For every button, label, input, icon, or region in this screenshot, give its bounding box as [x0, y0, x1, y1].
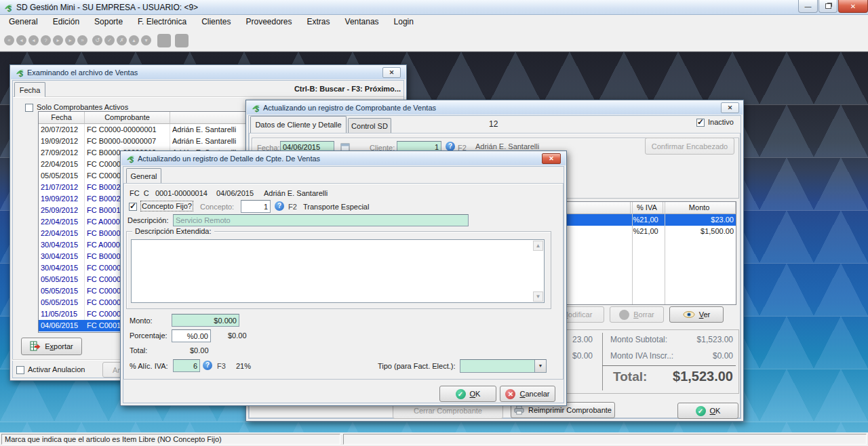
- doc-date: 04/06/2015: [216, 189, 254, 197]
- comprobante-titlebar[interactable]: $ Actualizando un registro de Comprobant…: [247, 101, 743, 115]
- concepto-input[interactable]: 1: [241, 200, 271, 213]
- confirm-header-button[interactable]: Confirmar Encabezado: [645, 138, 734, 155]
- cell-monto: $1,500.00: [663, 226, 736, 237]
- totals-line: [602, 365, 736, 366]
- tab-fecha[interactable]: Fecha: [14, 82, 45, 97]
- scroll-up-arrow[interactable]: ▲: [533, 241, 543, 251]
- comprobante-ok-button[interactable]: ✓ OK: [677, 403, 738, 419]
- status-panel-message: Marca que indica que el articulo es Item…: [1, 434, 340, 445]
- porcentaje-amount: $0.00: [228, 331, 247, 340]
- export-button[interactable]: Exportar: [21, 338, 82, 355]
- doc-code: FC C 0001-00000014: [130, 189, 208, 197]
- restore-button[interactable]: [818, 0, 837, 13]
- tab-control-sd[interactable]: Control SD: [348, 118, 391, 133]
- annul-checkbox-label: Activar Anulacion: [28, 365, 85, 373]
- nav-square-button[interactable]: [157, 34, 171, 47]
- descripcion-extendida-textarea[interactable]: ▲ ▼: [131, 239, 545, 303]
- app-titlebar: $ SD Gestión Mini - SU EMPRESA - USUARIO…: [0, 0, 868, 15]
- column-header-iva[interactable]: % IVA: [631, 202, 663, 214]
- alic-iva-value: 6: [193, 362, 197, 370]
- menu-item-ventanas[interactable]: Ventanas: [338, 15, 387, 28]
- only-active-label: Solo Comprobantes Activos: [37, 103, 128, 111]
- scroll-down-arrow[interactable]: ▼: [533, 291, 543, 302]
- alic-iva-label: % Alíc. IVA:: [130, 362, 168, 370]
- nav-button[interactable]: «: [4, 35, 14, 45]
- porcentaje-input[interactable]: %0.00: [172, 329, 211, 342]
- cell-comprobante: FC B0000-00000007: [85, 136, 170, 147]
- cell-fecha: 22/04/2015: [39, 159, 85, 170]
- detalle-titlebar[interactable]: $ Actualizando un registro de Detalle de…: [121, 152, 566, 165]
- dropdown-arrow-icon[interactable]: ▼: [534, 360, 546, 372]
- menu-item-proveedores[interactable]: Proveedores: [238, 15, 299, 28]
- doc-client: Adrián E. Santarelli: [264, 189, 328, 197]
- nav-button[interactable]: ✓: [104, 35, 115, 45]
- view-button[interactable]: Ver: [669, 306, 724, 323]
- close-button[interactable]: ✕: [838, 0, 868, 13]
- inactivo-checkbox[interactable]: [696, 119, 705, 127]
- minimize-button[interactable]: —: [798, 0, 818, 13]
- eye-icon: [683, 311, 695, 318]
- application-window: $ SD Gestión Mini - SU EMPRESA - USUARIO…: [0, 0, 868, 446]
- delete-button[interactable]: Borrar: [610, 306, 664, 323]
- nav-button[interactable]: ?: [41, 35, 51, 45]
- column-line: [665, 202, 665, 304]
- status-bar: Marca que indica que el articulo es Item…: [0, 432, 868, 446]
- concepto-help-icon[interactable]: ?: [275, 201, 284, 211]
- monto-label: Monto:: [130, 317, 153, 325]
- only-active-checkbox[interactable]: [25, 104, 33, 112]
- browse-close-button[interactable]: ✕: [382, 67, 401, 78]
- detalle-ok-button[interactable]: ✓ OK: [439, 386, 496, 402]
- record-count-badge: 12: [489, 119, 498, 129]
- menu-item-login[interactable]: Login: [387, 15, 421, 28]
- annul-checkbox[interactable]: [16, 366, 24, 374]
- tipo-dropdown[interactable]: ▼: [460, 359, 547, 373]
- nav-button[interactable]: ◂: [16, 35, 26, 45]
- cell-fecha: 22/04/2015: [39, 228, 85, 239]
- nav-button[interactable]: »: [77, 35, 87, 45]
- nav-button[interactable]: ✗: [117, 35, 127, 45]
- detalle-close-button[interactable]: ✕: [542, 153, 561, 164]
- concepto-fkey: F2: [288, 203, 297, 211]
- menu-item-extras[interactable]: Extras: [300, 15, 338, 28]
- nav-button[interactable]: ▾: [141, 35, 151, 45]
- nav-button[interactable]: ▸: [53, 35, 63, 45]
- monto-input[interactable]: $0.000: [172, 314, 239, 327]
- ok-icon: ✓: [696, 406, 706, 416]
- column-header-comprobante[interactable]: Comprobante: [85, 112, 170, 124]
- delete-label: Borrar: [633, 310, 654, 319]
- nav-button[interactable]: ◂: [28, 35, 39, 45]
- export-icon: [30, 341, 41, 352]
- detalle-ok-label: OK: [470, 390, 481, 398]
- svg-text:$: $: [254, 105, 260, 113]
- alic-iva-input[interactable]: 6: [173, 359, 200, 372]
- menu-item-general[interactable]: General: [1, 15, 45, 28]
- nav-button[interactable]: ▴: [129, 35, 139, 45]
- alic-fkey: F3: [217, 362, 226, 370]
- totals-left-value-2: $0.00: [572, 351, 593, 361]
- alic-help-icon[interactable]: ?: [203, 361, 212, 370]
- tab-general[interactable]: General: [126, 168, 161, 183]
- detalle-cancel-button[interactable]: ✕ Cancelar: [500, 386, 555, 402]
- nav-button[interactable]: ↺: [92, 35, 102, 45]
- column-header-fecha[interactable]: Fecha: [39, 112, 85, 124]
- close-voucher-label: Cerrar Comprobante: [414, 407, 482, 415]
- descripcion-input[interactable]: Servicio Remoto: [173, 214, 469, 226]
- cliente-help-icon[interactable]: ?: [446, 142, 455, 151]
- detalle-title: Actualizando un registro de Detalle de C…: [138, 155, 320, 163]
- menu-item-clientes[interactable]: Clientes: [194, 15, 238, 28]
- concepto-fijo-checkbox[interactable]: [129, 203, 137, 211]
- reprint-label: Reimprimir Comprobante: [528, 406, 612, 414]
- menu-item-soporte[interactable]: Soporte: [87, 15, 130, 28]
- total-value: $0.00: [190, 346, 209, 354]
- cell-fecha: 05/05/2015: [39, 170, 85, 182]
- column-header-monto[interactable]: Monto: [663, 202, 736, 214]
- menu-item-edici-n[interactable]: Edición: [45, 15, 87, 28]
- menu-bar: GeneralEdiciónSoporteF. ElectrónicaClien…: [0, 15, 868, 28]
- menu-item-f-electr-nica[interactable]: F. Electrónica: [130, 15, 194, 28]
- comprobante-close-button[interactable]: ✕: [721, 102, 739, 113]
- browse-titlebar[interactable]: $ Examinando el archivo de Ventas: [11, 66, 406, 79]
- nav-button[interactable]: ▸: [65, 35, 75, 45]
- cell-fecha: 27/09/2012: [39, 147, 85, 159]
- tab-datos-cliente[interactable]: Datos de Cliente y Detalle: [250, 116, 347, 133]
- nav-square-button[interactable]: [175, 34, 189, 47]
